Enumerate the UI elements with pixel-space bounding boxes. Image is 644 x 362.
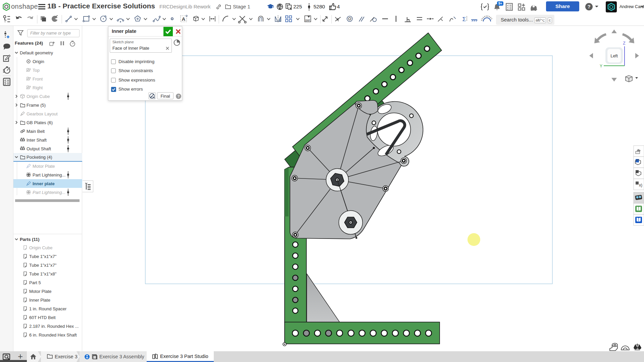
- svg-text:x): x): [639, 183, 642, 188]
- svg-text:Z: Z: [623, 41, 625, 46]
- svg-text:Σ: Σ: [462, 16, 466, 22]
- svg-text:Left: Left: [610, 53, 618, 58]
- svg-text:A: A: [182, 16, 186, 22]
- svg-text:Y: Y: [600, 64, 602, 68]
- svg-text:DXF: DXF: [305, 19, 310, 21]
